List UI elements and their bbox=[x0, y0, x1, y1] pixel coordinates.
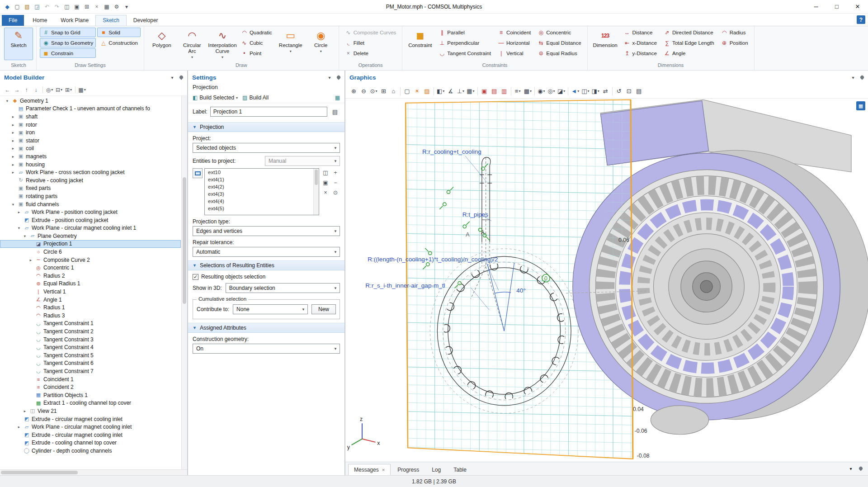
build-all-button[interactable]: ▨ Build All bbox=[242, 95, 269, 101]
tree-item-partition-objects-1[interactable]: ▦Partition Objects 1 bbox=[0, 391, 181, 399]
entities-list-scrollbar[interactable] bbox=[313, 169, 319, 215]
tree-item-coincident-1[interactable]: ≡Coincident 1 bbox=[0, 375, 181, 383]
snap-to-grid-button[interactable]: #Snap to Grid bbox=[40, 28, 96, 37]
position-button[interactable]: ⊕Position bbox=[718, 38, 751, 47]
panel-menu-icon[interactable]: ▾ bbox=[849, 73, 857, 81]
insert-table-icon[interactable]: ▦ bbox=[102, 2, 111, 11]
tree-item-iron[interactable]: ▸▣iron bbox=[0, 128, 181, 137]
expand-icon[interactable]: ▸ bbox=[10, 162, 16, 167]
tree-item-coincident-2[interactable]: ≡Coincident 2 bbox=[0, 383, 181, 391]
paste-selection-icon[interactable]: ▣ bbox=[321, 178, 330, 187]
tree-item-parameter-check-1-uneven-amount-of-channels-fo[interactable]: ▤Parameter Check 1 - uneven amount of ch… bbox=[0, 105, 181, 113]
tree-item-composite-curve-2[interactable]: ▸∼Composite Curve 2 bbox=[0, 256, 181, 264]
select-box-icon[interactable]: ▢ bbox=[402, 86, 412, 97]
quadratic-button[interactable]: ◠Quadratic bbox=[238, 28, 275, 37]
build-selected-button[interactable]: ◧ Build Selected ▾ bbox=[193, 95, 238, 101]
expand-icon[interactable]: ▸ bbox=[22, 409, 28, 413]
pin-icon[interactable] bbox=[336, 75, 341, 80]
orthographic-projection-icon[interactable]: ◧▾ bbox=[436, 86, 445, 97]
solid-button[interactable]: ■Solid bbox=[97, 28, 141, 37]
repair-tolerance-select[interactable]: Automatic ▼ bbox=[193, 247, 340, 257]
clear-selection-icon[interactable]: × bbox=[321, 188, 330, 197]
copy-icon[interactable]: ◫ bbox=[62, 2, 71, 11]
show-in-3d-select[interactable]: Boundary selection ▼ bbox=[226, 283, 340, 293]
collapse-icon[interactable]: ▾ bbox=[10, 202, 16, 207]
directed-distance-button[interactable]: ⇗Directed Distance bbox=[661, 28, 717, 37]
add-to-selection-icon[interactable]: + bbox=[331, 168, 340, 177]
back-icon[interactable]: ← bbox=[3, 85, 12, 95]
tab-table[interactable]: Table bbox=[448, 464, 472, 475]
project-select[interactable]: Selected objects ▼ bbox=[193, 143, 340, 153]
pin-icon[interactable] bbox=[179, 75, 184, 80]
tab-log[interactable]: Log bbox=[426, 464, 447, 475]
sketch-button[interactable]: ✎Sketch bbox=[4, 28, 33, 60]
expand-icon[interactable]: ▸ bbox=[10, 154, 16, 159]
tree-item-radius-3[interactable]: ◠Radius 3 bbox=[0, 312, 181, 320]
panel-menu-icon[interactable]: ▾ bbox=[847, 464, 855, 473]
scrollbar-thumb[interactable] bbox=[183, 177, 186, 304]
x-distance-button[interactable]: ⇤x-Distance bbox=[621, 38, 660, 47]
tree-item-equal-radius-1[interactable]: ⊜Equal Radius 1 bbox=[0, 280, 181, 288]
tree-item-plane-geometry[interactable]: ▾▱Plane Geometry bbox=[0, 232, 181, 240]
vertical-button[interactable]: ∣Vertical bbox=[495, 48, 533, 58]
entity-list-item[interactable]: ext10 bbox=[205, 169, 319, 176]
tab-progress[interactable]: Progress bbox=[392, 464, 425, 475]
duplicate-icon[interactable]: ⊞ bbox=[82, 2, 91, 11]
tab-work-plane[interactable]: Work Plane bbox=[54, 15, 95, 26]
tree-item-fixed-parts[interactable]: ▣fixed parts bbox=[0, 184, 181, 193]
tree-item-tangent-constraint-5[interactable]: ◡Tangent Constraint 5 bbox=[0, 351, 181, 359]
preferences-icon[interactable]: ⚙ bbox=[112, 2, 121, 11]
tab-sketch[interactable]: Sketch bbox=[95, 15, 127, 26]
tree-item-tangent-constraint-4[interactable]: ◡Tangent Constraint 4 bbox=[0, 343, 181, 351]
zoom-out-icon[interactable]: ⊖ bbox=[359, 86, 368, 97]
tree-item-magnets[interactable]: ▸▣magnets bbox=[0, 152, 181, 161]
tree-item-extrude-circular-magnet-cooling-inlet[interactable]: ◩Extrude - circular magnet cooling inlet bbox=[0, 415, 181, 423]
color-theme-icon[interactable]: ▩▾ bbox=[523, 86, 533, 97]
entity-list-item[interactable]: ext4(1) bbox=[205, 176, 319, 183]
contribute-to-select[interactable]: None ▼ bbox=[233, 304, 308, 314]
measure-icon[interactable]: ∡ bbox=[446, 86, 455, 97]
y-distance-button[interactable]: ↥y-Distance bbox=[621, 48, 660, 58]
projection-type-select[interactable]: Edges and vertices ▼ bbox=[193, 226, 340, 236]
tab-messages[interactable]: Messages× bbox=[348, 464, 391, 475]
resulting-objects-checkbox[interactable]: ✓ bbox=[193, 274, 198, 280]
zoom-selected-icon[interactable]: ⊙▾ bbox=[369, 86, 378, 97]
pin-icon[interactable] bbox=[859, 75, 864, 80]
comsol-logo-icon[interactable]: ◆ bbox=[3, 2, 12, 11]
radius-button[interactable]: ◠Radius bbox=[718, 28, 751, 37]
view-mode-icon[interactable]: ◫▾ bbox=[580, 86, 590, 97]
tree-item-radius-1[interactable]: ◠Radius 1 bbox=[0, 303, 181, 312]
sound-icon[interactable]: ◄▾ bbox=[570, 86, 580, 97]
cubic-button[interactable]: ∿Cubic bbox=[238, 38, 275, 47]
zoom-to-selection-icon[interactable]: ⊙ bbox=[331, 188, 340, 197]
tree-item-concentric-1[interactable]: ◎Concentric 1 bbox=[0, 264, 181, 272]
interpolation-curve-button[interactable]: ∿Interpolation Curve▾ bbox=[208, 28, 237, 61]
tree-item-shaft[interactable]: ▸▣shaft bbox=[0, 113, 181, 121]
collapse-all-icon[interactable]: ⊟▾ bbox=[55, 85, 63, 95]
delete-icon[interactable]: × bbox=[92, 2, 101, 11]
collapse-icon[interactable]: ▾ bbox=[22, 234, 28, 238]
concentric-button[interactable]: ◎Concentric bbox=[535, 28, 584, 37]
scrollbar-thumb[interactable] bbox=[315, 170, 318, 185]
tree-item-housing[interactable]: ▸▣housing bbox=[0, 161, 181, 169]
redo-icon[interactable]: ↷ bbox=[52, 2, 61, 11]
show-volumes-icon[interactable]: ▣ bbox=[480, 86, 489, 97]
expand-icon[interactable]: ▸ bbox=[10, 130, 16, 135]
go-to-default-view-icon[interactable]: ⌂ bbox=[389, 86, 398, 97]
expand-icon[interactable]: ▸ bbox=[16, 210, 22, 214]
print-icon[interactable]: ▤ bbox=[634, 86, 644, 97]
parallel-button[interactable]: ∥Parallel bbox=[436, 28, 494, 37]
tree-item-angle-1[interactable]: ∠Angle 1 bbox=[0, 296, 181, 304]
polygon-button[interactable]: ◇Polygon bbox=[147, 28, 176, 60]
tree-item-rotating-parts[interactable]: ▣rotating parts bbox=[0, 192, 181, 200]
expand-icon[interactable]: ▸ bbox=[28, 258, 33, 262]
tree-item-extrude-circular-magnet-cooling-inlet[interactable]: ◩Extrude - circular magnet cooling inlet bbox=[0, 431, 181, 439]
copy-selection-icon[interactable]: ◫ bbox=[321, 168, 330, 177]
show-icon[interactable]: ◎▾ bbox=[45, 85, 54, 95]
tree-item-tangent-constraint-6[interactable]: ◡Tangent Constraint 6 bbox=[0, 359, 181, 368]
help-button[interactable]: ? bbox=[857, 15, 865, 24]
tab-file[interactable]: File bbox=[2, 15, 24, 26]
tree-vertical-scrollbar[interactable] bbox=[181, 96, 187, 469]
open-file-icon[interactable]: ▧ bbox=[23, 2, 32, 11]
minimize-button[interactable]: ─ bbox=[806, 0, 826, 13]
